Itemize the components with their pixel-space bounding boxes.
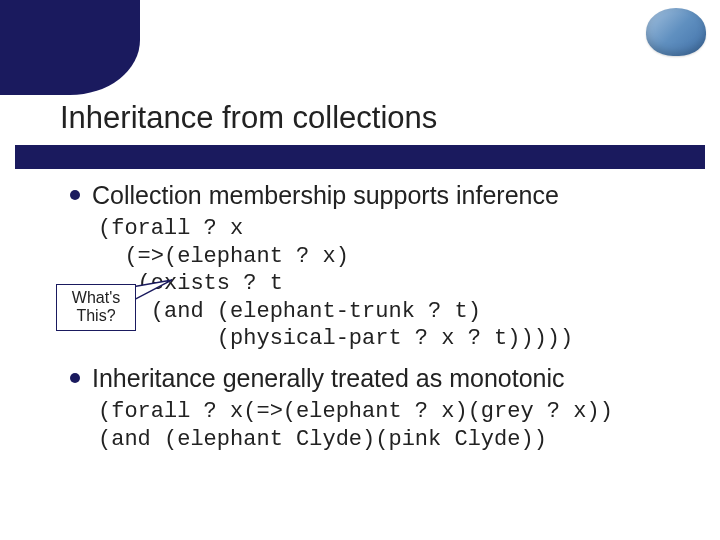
callout-box: What's This? [56, 284, 136, 331]
bullet-1: Collection membership supports inference [70, 180, 690, 211]
brain-logo-icon [646, 8, 706, 56]
callout-line2: This? [61, 307, 131, 325]
slide-title: Inheritance from collections [60, 100, 437, 136]
bullet-dot-icon [70, 373, 80, 383]
bullet-dot-icon [70, 190, 80, 200]
callout-line1: What's [61, 289, 131, 307]
bullet-1-text: Collection membership supports inference [92, 180, 559, 211]
title-underline-bar [15, 145, 705, 169]
slide-body: Collection membership supports inference… [70, 180, 690, 453]
bullet-2: Inheritance generally treated as monoton… [70, 363, 690, 394]
slide: Inheritance from collections Collection … [0, 0, 720, 540]
code-block-2: (forall ? x(=>(elephant ? x)(grey ? x)) … [98, 398, 690, 453]
code-block-1: (forall ? x (=>(elephant ? x) (exists ? … [98, 215, 690, 353]
bullet-2-text: Inheritance generally treated as monoton… [92, 363, 565, 394]
corner-decor [0, 0, 140, 95]
